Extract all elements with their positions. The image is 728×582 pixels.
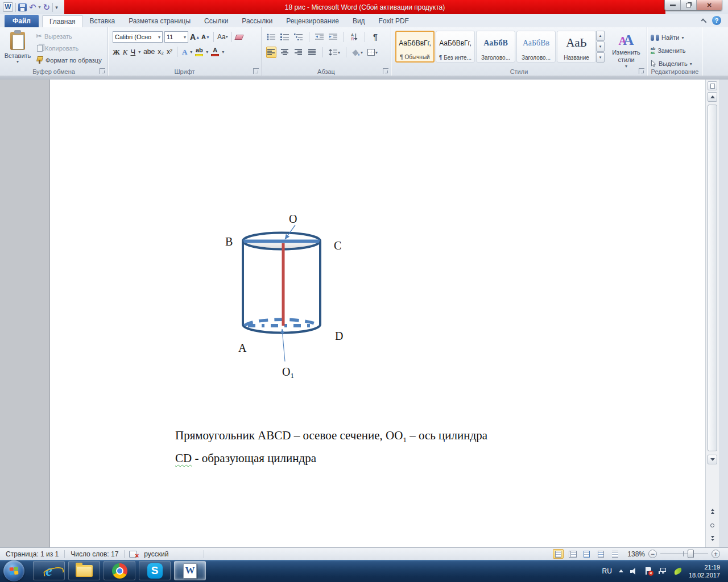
shrink-font-button[interactable]: А▼ <box>201 34 210 40</box>
taskbar-skype-button[interactable]: S <box>139 561 171 580</box>
clipboard-dialog-launcher[interactable] <box>100 68 105 74</box>
sort-button[interactable]: АЯ <box>349 31 359 43</box>
collapse-ribbon-icon[interactable] <box>701 19 707 24</box>
tab-home[interactable]: Главная <box>42 15 83 28</box>
tab-review[interactable]: Рецензирование <box>279 15 346 27</box>
cylinder-figure[interactable]: O B C A D O1 <box>221 211 353 382</box>
text-effects-dropdown-icon[interactable]: ▾ <box>190 49 192 55</box>
style-card-heading1[interactable]: АаБбВ Заголово... <box>476 31 515 63</box>
zoom-slider[interactable] <box>660 549 708 559</box>
underline-dropdown-icon[interactable]: ▾ <box>138 49 140 55</box>
volume-icon[interactable] <box>630 568 638 575</box>
font-name-select[interactable]: Calibri (Осно▾ <box>113 31 163 43</box>
taskbar-word-button[interactable]: W <box>174 561 206 580</box>
undo-dropdown-icon[interactable]: ▾ <box>39 5 41 10</box>
style-scroll-down-icon[interactable]: ▼ <box>596 41 605 52</box>
align-center-button[interactable] <box>280 47 290 58</box>
select-button[interactable]: Выделить ▾ <box>651 58 692 69</box>
cut-button[interactable]: ✂ Вырезать <box>34 30 104 42</box>
paste-button[interactable]: Вставить ▾ <box>3 30 32 73</box>
page-info[interactable]: Страница: 1 из 1 <box>5 550 60 558</box>
paste-dropdown-icon[interactable]: ▾ <box>16 59 19 64</box>
tab-file[interactable]: Файл <box>5 15 39 27</box>
align-left-button[interactable] <box>266 47 276 58</box>
change-case-button[interactable]: Аа▾ <box>217 34 228 40</box>
tab-references[interactable]: Ссылки <box>197 15 235 27</box>
increase-indent-button[interactable] <box>328 31 338 43</box>
zoom-out-button[interactable]: − <box>648 550 657 558</box>
borders-button[interactable]: ▾ <box>367 47 378 58</box>
zoom-slider-thumb[interactable] <box>688 550 694 558</box>
zoom-in-button[interactable]: + <box>712 550 720 558</box>
qat-customize-icon[interactable]: ▾ <box>52 3 58 12</box>
change-styles-button[interactable]: АА Изменить стили ▾ <box>609 31 644 69</box>
find-button[interactable]: Найти ▾ <box>651 32 684 43</box>
line-spacing-button[interactable]: ▾ <box>328 47 341 58</box>
zoom-level[interactable]: 138% <box>627 550 645 558</box>
style-gallery-more-icon[interactable]: ▼ <box>596 52 605 63</box>
grow-font-button[interactable]: А▲ <box>190 33 200 41</box>
tab-foxit-pdf[interactable]: Foxit PDF <box>372 15 416 27</box>
document-page[interactable]: O B C A D O1 Прямоугольник ABCD – осевое… <box>50 80 705 547</box>
save-icon[interactable] <box>18 3 27 11</box>
numbering-button[interactable] <box>280 31 290 43</box>
font-dialog-launcher[interactable] <box>253 68 259 74</box>
justify-button[interactable] <box>307 47 317 58</box>
minimize-button[interactable] <box>665 0 681 10</box>
tab-page-layout[interactable]: Разметка страницы <box>122 15 197 27</box>
draft-view-button[interactable] <box>610 549 621 559</box>
paragraph-dialog-launcher[interactable] <box>383 68 388 74</box>
highlight-dropdown-icon[interactable]: ▾ <box>206 49 208 55</box>
decrease-indent-button[interactable] <box>315 31 325 43</box>
taskbar-ie-button[interactable]: e <box>33 561 65 580</box>
italic-button[interactable]: К <box>123 48 128 56</box>
clock[interactable]: 21:19 18.02.2017 <box>689 563 722 579</box>
start-button[interactable] <box>3 560 24 581</box>
strikethrough-button[interactable]: abe <box>143 48 155 55</box>
font-size-select[interactable]: 11▾ <box>164 31 188 43</box>
tab-view[interactable]: Вид <box>346 15 372 27</box>
copy-button[interactable]: Копировать <box>34 42 104 54</box>
font-color-dropdown-icon[interactable]: ▾ <box>222 49 224 55</box>
replace-button[interactable]: abac Заменить <box>651 45 686 56</box>
next-page-button[interactable] <box>708 534 717 543</box>
outline-view-button[interactable] <box>595 549 606 559</box>
styles-dialog-launcher[interactable] <box>639 68 644 74</box>
style-card-title[interactable]: АаЬ Название <box>557 31 596 63</box>
bold-button[interactable]: Ж <box>113 48 120 56</box>
tab-mailings[interactable]: Рассылки <box>235 15 279 27</box>
scroll-down-button[interactable] <box>708 455 717 464</box>
network-icon[interactable] <box>659 568 667 575</box>
restore-button[interactable] <box>681 0 697 10</box>
print-layout-view-button[interactable] <box>553 549 564 559</box>
scrollbar-thumb[interactable] <box>708 105 717 451</box>
show-paragraph-marks-button[interactable]: ¶ <box>370 31 380 43</box>
caption-text[interactable]: Прямоугольник ABCD – осевое сечение, OO1… <box>175 426 585 468</box>
font-color-button[interactable]: А <box>211 47 219 56</box>
help-icon[interactable]: ? <box>712 16 721 25</box>
language-indicator[interactable]: русский <box>143 550 169 558</box>
style-scroll-up-icon[interactable]: ▲ <box>596 31 605 41</box>
clear-formatting-button[interactable] <box>235 35 243 40</box>
word-count[interactable]: Число слов: 17 <box>69 550 119 558</box>
close-button[interactable]: ✕ <box>697 0 722 10</box>
tab-insert[interactable]: Вставка <box>83 15 122 27</box>
highlight-button[interactable]: ab <box>195 47 203 56</box>
word-app-icon[interactable]: W <box>3 2 13 12</box>
show-hidden-icons-button[interactable] <box>619 569 623 572</box>
full-screen-reading-view-button[interactable] <box>567 549 578 559</box>
taskbar-explorer-button[interactable] <box>68 561 100 580</box>
spellcheck-status-icon[interactable] <box>129 551 137 558</box>
superscript-button[interactable]: x² <box>167 48 172 55</box>
shading-button[interactable]: ▾ <box>351 47 363 58</box>
taskbar-chrome-button[interactable] <box>104 561 135 580</box>
format-painter-button[interactable]: Формат по образцу <box>34 54 104 66</box>
bullets-button[interactable] <box>266 31 276 43</box>
multilevel-list-button[interactable] <box>293 31 304 43</box>
web-layout-view-button[interactable] <box>581 549 592 559</box>
scroll-up-button[interactable] <box>708 92 717 102</box>
underline-button[interactable]: Ч <box>131 48 136 56</box>
style-card-heading2[interactable]: АаБбВв Заголово... <box>516 31 556 63</box>
style-card-no-spacing[interactable]: АаБбВвГг, ¶ Без инте... <box>436 31 475 63</box>
text-effects-button[interactable]: А <box>182 48 187 56</box>
